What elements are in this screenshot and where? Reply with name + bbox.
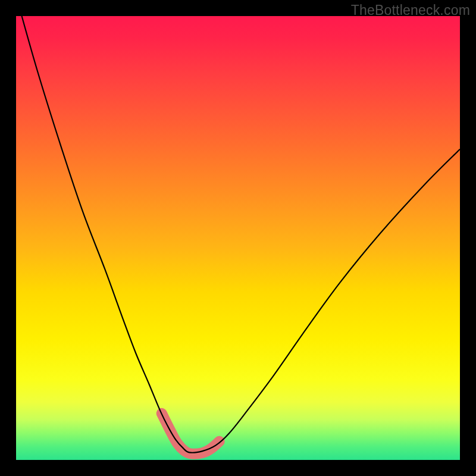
plot-background [16, 16, 460, 460]
watermark-text: TheBottleneck.com [351, 2, 470, 18]
chart-frame: TheBottleneck.com [0, 0, 476, 476]
